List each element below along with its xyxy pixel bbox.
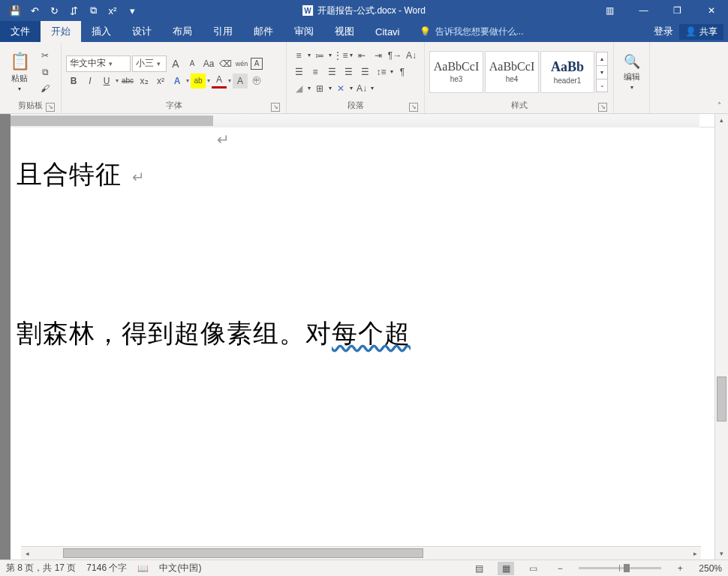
read-mode-button[interactable]: ▤ <box>471 562 487 575</box>
web-layout-button[interactable]: ▭ <box>525 562 541 575</box>
tab-review[interactable]: 审阅 <box>284 21 324 42</box>
print-layout-button[interactable]: ▦ <box>498 562 514 575</box>
distributed-button[interactable]: ☰ <box>357 64 372 80</box>
tab-design[interactable]: 设计 <box>122 21 162 42</box>
scroll-right-icon[interactable]: ▸ <box>689 547 701 560</box>
format-painter-button[interactable]: 🖌 <box>38 81 53 96</box>
touch-mode-button[interactable]: ⇵ <box>65 2 83 20</box>
tell-me-search[interactable]: 💡 告诉我您想要做什么... <box>420 21 524 42</box>
ltr-button[interactable]: ¶→ <box>387 48 402 63</box>
zoom-slider[interactable] <box>579 567 661 569</box>
cut-button[interactable]: ✂ <box>38 48 53 63</box>
style-gallery[interactable]: AaBbCcI he3 AaBbCcI he4 AaBb header1 ▴ ▾… <box>429 51 608 93</box>
paste-button[interactable]: 📋 粘贴 ▾ <box>5 52 35 92</box>
align-right-button[interactable]: ☰ <box>324 64 339 80</box>
dec-indent-button[interactable]: ⇤ <box>354 48 369 63</box>
gallery-down-icon[interactable]: ▾ <box>596 65 608 79</box>
sort-button[interactable]: A↓ <box>404 48 419 63</box>
minimize-button[interactable]: — <box>627 0 660 21</box>
change-case-button[interactable]: Aa <box>201 56 216 71</box>
copy-button[interactable]: ⧉ <box>38 64 53 80</box>
zoom-out-button[interactable]: − <box>552 562 568 575</box>
shading-button[interactable]: ◢ <box>291 81 306 96</box>
show-marks-button[interactable]: ¶ <box>395 64 410 80</box>
scroll-down-icon[interactable]: ▾ <box>715 548 728 560</box>
tab-mailings[interactable]: 邮件 <box>243 21 284 42</box>
italic-button[interactable]: I <box>83 74 98 88</box>
strike-button[interactable]: abc <box>120 74 135 88</box>
tab-home[interactable]: 开始 <box>41 21 81 42</box>
font-color-button[interactable]: A <box>212 74 227 88</box>
superscript-button[interactable]: x² <box>153 74 168 88</box>
numbering-button[interactable]: ≔ <box>312 48 327 63</box>
tab-file[interactable]: 文件 <box>0 21 41 42</box>
font-name-combo[interactable]: 华文中宋▾ <box>66 56 131 72</box>
highlight-button[interactable]: ab <box>191 74 206 88</box>
snap-grid-button[interactable]: ✕ <box>333 81 348 96</box>
spell-icon[interactable]: 📖 <box>137 563 149 574</box>
grow-font-button[interactable]: A <box>168 56 183 71</box>
undo-button[interactable]: ↶ <box>26 2 44 20</box>
select-similar-button[interactable]: A↓ <box>354 81 369 96</box>
new-window-button[interactable]: ⧉ <box>84 2 102 20</box>
zoom-in-button[interactable]: + <box>672 562 688 575</box>
justify-button[interactable]: ☰ <box>341 64 356 80</box>
clipboard-launcher[interactable]: ↘ <box>46 103 55 112</box>
phonetic-button[interactable]: wén <box>234 56 249 71</box>
gallery-more-icon[interactable]: ⌄ <box>596 79 608 92</box>
enclose-char-button[interactable]: ㊥ <box>249 74 264 88</box>
style-he4[interactable]: AaBbCcI he4 <box>485 51 539 93</box>
find-button[interactable]: 🔍 编辑 ▾ <box>618 53 645 91</box>
ribbon-options-button[interactable]: ▥ <box>593 0 627 21</box>
bold-button[interactable]: B <box>66 74 81 88</box>
inc-indent-button[interactable]: ⇥ <box>371 48 386 63</box>
bullets-button[interactable]: ≡ <box>291 48 306 63</box>
clear-format-button[interactable]: ⌫ <box>218 56 233 71</box>
tab-references[interactable]: 引用 <box>203 21 243 42</box>
qat-more-button[interactable]: ▾ <box>123 2 141 20</box>
gallery-up-icon[interactable]: ▴ <box>596 52 608 65</box>
tab-view[interactable]: 视图 <box>324 21 365 42</box>
line-spacing-button[interactable]: ↕≡ <box>374 64 389 80</box>
redo-button[interactable]: ↻ <box>45 2 63 20</box>
multilevel-button[interactable]: ⋮≡ <box>333 48 348 63</box>
tab-layout[interactable]: 布局 <box>162 21 203 42</box>
subscript-button[interactable]: x₂ <box>137 74 152 88</box>
text-effects-button[interactable]: A <box>170 74 185 88</box>
collapse-ribbon-button[interactable]: ˄ <box>713 101 725 112</box>
horizontal-scrollbar[interactable]: ◂ ▸ <box>21 546 701 560</box>
zoom-level[interactable]: 250% <box>699 563 722 574</box>
borders-button[interactable]: ⊞ <box>312 81 327 96</box>
tab-citavi[interactable]: Citavi <box>365 21 411 42</box>
style-gallery-expand[interactable]: ▴ ▾ ⌄ <box>596 52 608 92</box>
paragraph-launcher[interactable]: ↘ <box>409 103 418 112</box>
align-center-button[interactable]: ≡ <box>308 64 323 80</box>
share-button[interactable]: 👤 共享 <box>679 24 723 40</box>
scroll-left-icon[interactable]: ◂ <box>21 547 33 560</box>
style-header1[interactable]: AaBb header1 <box>540 51 594 93</box>
maximize-button[interactable]: ❐ <box>660 0 694 21</box>
page-area[interactable]: ↵ 且合特征 ↵ 割森林，得到超像素组。对每个超 ◂ ▸ <box>11 114 714 560</box>
h-scroll-thumb[interactable] <box>63 548 423 558</box>
v-scroll-thumb[interactable] <box>717 376 726 422</box>
font-size-combo[interactable]: 小三▾ <box>132 56 167 72</box>
align-left-button[interactable]: ☰ <box>291 64 306 80</box>
char-shading-button[interactable]: A <box>233 74 248 88</box>
scroll-up-icon[interactable]: ▴ <box>715 114 728 126</box>
font-launcher[interactable]: ↘ <box>271 103 280 112</box>
language-status[interactable]: 中文(中国) <box>159 562 201 574</box>
superscript-qat-button[interactable]: x² <box>104 2 122 20</box>
horizontal-ruler[interactable] <box>11 114 714 128</box>
page-status[interactable]: 第 8 页，共 17 页 <box>6 562 76 574</box>
char-border-button[interactable]: A <box>251 58 263 70</box>
close-button[interactable]: ✕ <box>694 0 728 21</box>
vertical-scrollbar[interactable]: ▴ ▾ <box>714 114 728 560</box>
underline-button[interactable]: U <box>99 74 114 88</box>
tab-insert[interactable]: 插入 <box>81 21 122 42</box>
styles-launcher[interactable]: ↘ <box>598 103 607 112</box>
style-he3[interactable]: AaBbCcI he3 <box>429 51 483 93</box>
word-count[interactable]: 7146 个字 <box>86 562 127 574</box>
login-link[interactable]: 登录 <box>654 25 673 38</box>
save-button[interactable]: 💾 <box>6 2 24 20</box>
shrink-font-button[interactable]: A <box>185 56 200 71</box>
